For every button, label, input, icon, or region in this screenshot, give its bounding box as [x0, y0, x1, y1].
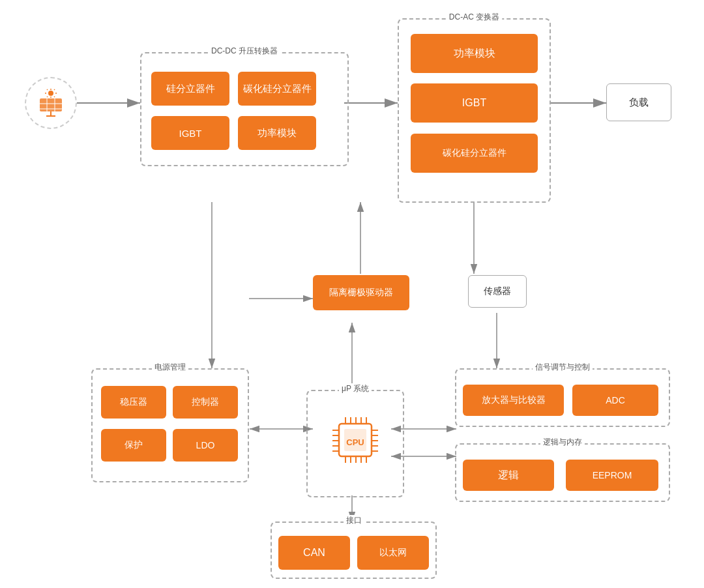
- amp-comparator-block: 放大器与比较器: [463, 385, 564, 416]
- isolated-gate-block: 隔离栅极驱动器: [313, 275, 409, 310]
- sic1-block: 碳化硅分立器件: [238, 72, 316, 106]
- can-block: CAN: [278, 536, 350, 570]
- ethernet-block: 以太网: [357, 536, 429, 570]
- regulator-block: 稳压器: [101, 386, 166, 419]
- solar-panel-svg: [35, 87, 67, 119]
- main-diagram: DC-DC 升压转换器 硅分立器件 碳化硅分立器件 IGBT 功率模块 DC-A…: [0, 0, 704, 588]
- power-mod1-block: 功率模块: [238, 116, 316, 150]
- signal-ctrl-label: 信号调节与控制: [533, 362, 593, 373]
- dc-ac-label: DC-AC 变换器: [447, 12, 502, 23]
- load-block: 负载: [606, 83, 671, 121]
- eeprom-block: EEPROM: [566, 460, 658, 491]
- power-mod2-block: 功率模块: [411, 34, 538, 73]
- svg-point-23: [48, 91, 53, 96]
- power-mgmt-label: 电源管理: [152, 362, 188, 373]
- svg-rect-16: [40, 98, 62, 111]
- dc-dc-label: DC-DC 升压转换器: [209, 46, 280, 57]
- logic-block: 逻辑: [463, 460, 554, 491]
- controller-block: 控制器: [173, 386, 238, 419]
- sensor-block: 传感器: [468, 275, 527, 308]
- logic-mem-label: 逻辑与内存: [540, 437, 585, 448]
- igbt1-block: IGBT: [151, 116, 229, 150]
- svg-line-29: [54, 89, 55, 90]
- up-system-label: μP 系统: [339, 383, 372, 394]
- igbt2-block: IGBT: [411, 83, 538, 123]
- interface-label: 接口: [344, 515, 364, 526]
- svg-line-28: [47, 89, 48, 90]
- cpu-svg: CPU: [326, 411, 385, 469]
- svg-line-30: [47, 96, 48, 97]
- protection-block: 保护: [101, 429, 166, 462]
- svg-line-31: [54, 96, 55, 97]
- svg-text:CPU: CPU: [346, 437, 364, 447]
- silicon-block: 硅分立器件: [151, 72, 229, 106]
- ldo-block: LDO: [173, 429, 238, 462]
- adc-block: ADC: [572, 385, 658, 416]
- cpu-icon: CPU: [319, 404, 391, 476]
- sic2-block: 碳化硅分立器件: [411, 134, 538, 173]
- solar-icon: [25, 77, 77, 129]
